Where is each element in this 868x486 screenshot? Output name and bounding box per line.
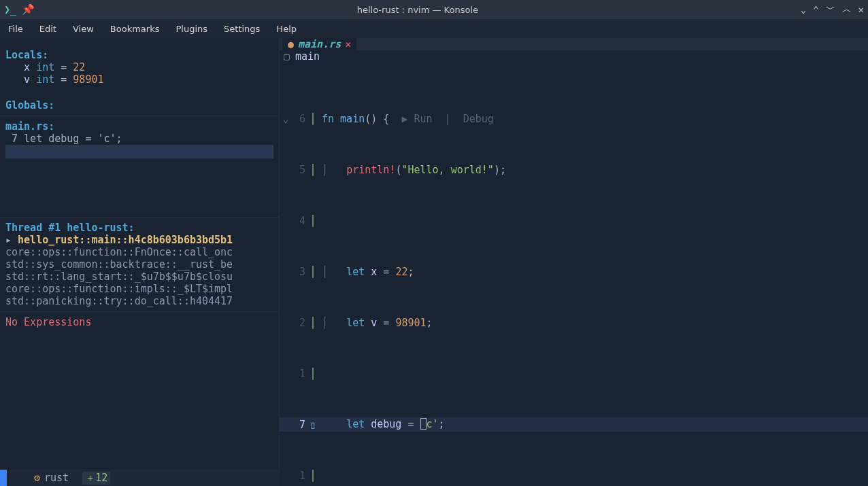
mode-indicator-left <box>0 470 7 486</box>
pin-icon[interactable]: 📌 <box>22 3 35 16</box>
plus-icon: ＋ <box>85 472 95 484</box>
menu-settings[interactable]: Settings <box>224 24 260 34</box>
globals-title: Globals: <box>5 99 273 111</box>
konsole-app-icon: ❯_ <box>4 3 16 16</box>
shade-up-icon[interactable]: ⌃ <box>813 4 818 15</box>
buffer-tabline: ● main.rs ✕ <box>280 38 868 50</box>
stack-frame[interactable]: std::panicking::try::do_call::h404417 <box>5 295 273 307</box>
tab-filename: main.rs <box>298 38 341 50</box>
stack-frame[interactable]: core::ops::function::FnOnce::call_onc <box>5 246 273 258</box>
menu-bar: File Edit View Bookmarks Plugins Setting… <box>0 19 868 38</box>
codelens-debug[interactable]: Debug <box>463 113 494 125</box>
file-title: main.rs: <box>5 120 273 133</box>
breadcrumb-symbol[interactable]: main <box>295 50 320 63</box>
codelens-run[interactable]: ▶ Run <box>401 113 432 125</box>
debug-sidebar: Locals: x int = 22 v int = 98901 Globals… <box>0 38 279 470</box>
breadcrumb-icon: ▢ <box>284 50 290 63</box>
cursor <box>420 418 427 430</box>
breakpoint-icon[interactable]: ▯ <box>310 419 316 431</box>
current-line-preview: 7 let debug = 'c'; <box>5 133 273 145</box>
editor-code-area[interactable]: ⌄ 6 │ fn main() { ▶ Run | Debug 5 │ │ pr… <box>280 63 868 486</box>
buffer-tab-main[interactable]: ● main.rs ✕ <box>282 38 356 50</box>
locals-title: Locals: <box>5 49 273 61</box>
maximize-icon[interactable]: ︿ <box>842 3 852 16</box>
modified-dot-icon: ● <box>288 38 294 50</box>
minimize-icon[interactable]: ﹀ <box>826 3 835 16</box>
local-var-row: x int = 22 <box>5 61 273 73</box>
thread-title: Thread #1 hello-rust: <box>5 222 273 234</box>
selection-highlight <box>5 145 273 158</box>
local-var-row: v int = 98901 <box>5 73 273 86</box>
stack-frame-current[interactable]: ▸ hello_rust::main::h4c8b603b6b3bd5b1 <box>5 234 273 246</box>
stack-frame[interactable]: std::sys_common::backtrace::__rust_be <box>5 258 273 271</box>
menu-view[interactable]: View <box>73 24 94 34</box>
close-icon[interactable]: ✕ <box>345 38 351 50</box>
stack-frame[interactable]: core::ops::function::impls::_$LT$impl <box>5 283 273 295</box>
stack-frame[interactable]: std::rt::lang_start::_$u7b$$u7b$closu <box>5 271 273 283</box>
menu-edit[interactable]: Edit <box>39 24 56 34</box>
window-title: hello-rust : nvim — Konsole <box>35 5 801 15</box>
menu-help[interactable]: Help <box>276 24 297 34</box>
git-additions: ＋12 <box>82 472 110 485</box>
window-titlebar: ❯_ 📌 hello-rust : nvim — Konsole ⌄ ⌃ ﹀ ︿… <box>0 0 868 19</box>
fold-icon[interactable]: ⌄ <box>280 113 292 125</box>
menu-plugins[interactable]: Plugins <box>176 24 207 34</box>
current-line[interactable]: 7 ▯ let debug = c'; <box>280 417 868 432</box>
close-window-icon[interactable]: ✕ <box>858 4 864 15</box>
rust-icon: ⚙ <box>34 472 40 484</box>
filetype-segment: ⚙ rust <box>34 472 69 484</box>
breadcrumb: ▢ main <box>280 50 868 63</box>
menu-file[interactable]: File <box>8 24 23 34</box>
no-expressions-label: No Expressions <box>5 316 273 328</box>
menu-bookmarks[interactable]: Bookmarks <box>110 24 160 34</box>
shade-down-icon[interactable]: ⌄ <box>801 4 806 15</box>
filetype-label: rust <box>44 472 69 484</box>
